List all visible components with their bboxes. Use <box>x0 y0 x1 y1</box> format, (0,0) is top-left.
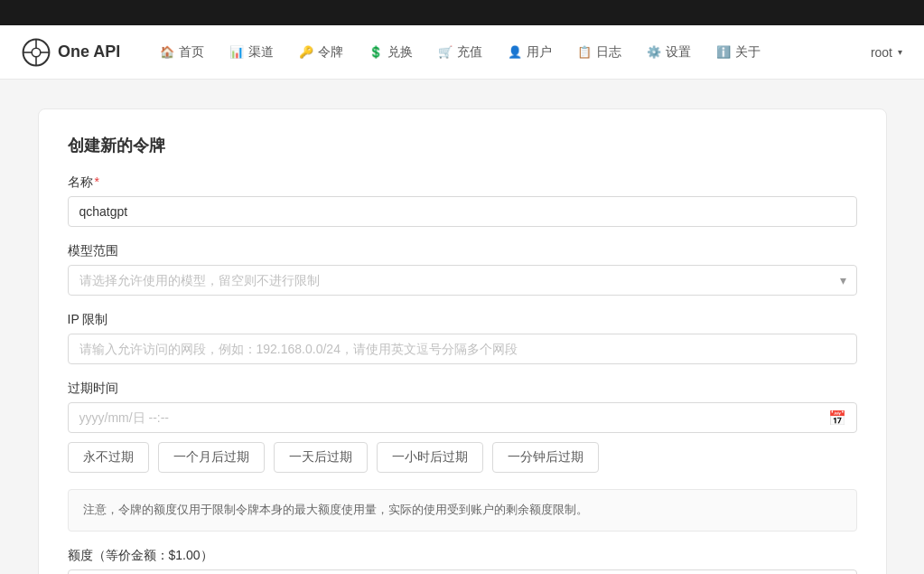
date-wrapper: 📅 <box>68 402 857 433</box>
token-icon: 🔑 <box>299 45 313 59</box>
topbar <box>0 0 924 25</box>
create-token-card: 创建新的令牌 名称* 模型范围 请选择允许使用的模型，留空则不进行限制 IP 限… <box>38 108 887 574</box>
nav-user[interactable]: 👤 用户 <box>497 39 563 66</box>
card-title: 创建新的令牌 <box>68 135 857 156</box>
nav-home[interactable]: 🏠 首页 <box>149 39 215 66</box>
channel-icon: 📊 <box>229 45 244 59</box>
nav-token[interactable]: 🔑 令牌 <box>288 39 354 66</box>
about-icon: ℹ️ <box>716 45 731 59</box>
notice-text: 注意，令牌的额度仅用于限制令牌本身的最大额度使用量，实际的使用受到账户的剩余额度… <box>83 503 588 516</box>
main-content: 创建新的令牌 名称* 模型范围 请选择允许使用的模型，留空则不进行限制 IP 限… <box>0 80 924 574</box>
brand-name: One API <box>58 42 120 61</box>
nav-home-label: 首页 <box>179 44 204 61</box>
calendar-icon[interactable]: 📅 <box>828 409 846 427</box>
notice-box: 注意，令牌的额度仅用于限制令牌本身的最大额度使用量，实际的使用受到账户的剩余额度… <box>68 489 857 532</box>
settings-icon: ⚙️ <box>647 45 661 59</box>
caret-icon: ▾ <box>898 47 902 57</box>
btn-one-day[interactable]: 一天后过期 <box>274 442 368 473</box>
name-input[interactable] <box>68 196 857 227</box>
nav-log[interactable]: 📋 日志 <box>566 39 632 66</box>
nav-redemption[interactable]: 💲 兑换 <box>358 39 424 66</box>
ip-label: IP 限制 <box>68 312 857 328</box>
quota-group: 额度（等价金额：$1.00） <box>68 548 857 574</box>
user-menu[interactable]: root ▾ <box>871 45 902 60</box>
nav-about[interactable]: ℹ️ 关于 <box>705 39 771 66</box>
nav-items: 🏠 首页 📊 渠道 🔑 令牌 💲 兑换 🛒 充值 👤 用户 📋 日志 ⚙️ <box>149 39 871 66</box>
nav-redemption-label: 兑换 <box>387 44 413 61</box>
log-icon: 📋 <box>577 45 592 59</box>
ip-group: IP 限制 <box>68 312 857 364</box>
nav-token-label: 令牌 <box>318 44 343 61</box>
expiry-group: 过期时间 📅 永不过期 一个月后过期 一天后过期 一小时后过期 一分钟后过期 <box>68 381 857 473</box>
model-select-wrapper: 请选择允许使用的模型，留空则不进行限制 <box>68 265 857 296</box>
required-mark: * <box>95 174 99 189</box>
name-label: 名称* <box>68 174 857 191</box>
expiry-buttons-group: 永不过期 一个月后过期 一天后过期 一小时后过期 一分钟后过期 <box>68 442 857 473</box>
btn-never-expire[interactable]: 永不过期 <box>68 442 149 473</box>
btn-one-minute[interactable]: 一分钟后过期 <box>492 442 599 473</box>
nav-channel[interactable]: 📊 渠道 <box>219 39 285 66</box>
model-group: 模型范围 请选择允许使用的模型，留空则不进行限制 <box>68 243 857 296</box>
navbar: One API 🏠 首页 📊 渠道 🔑 令牌 💲 兑换 🛒 充值 👤 用户 📋 <box>0 25 924 80</box>
model-label: 模型范围 <box>68 243 857 259</box>
username-label: root <box>871 45 892 60</box>
name-group: 名称* <box>68 174 857 227</box>
nav-channel-label: 渠道 <box>248 44 274 61</box>
nav-settings-label: 设置 <box>666 44 691 61</box>
redemption-icon: 💲 <box>369 45 383 59</box>
nav-topup-label: 充值 <box>457 44 482 61</box>
topup-icon: 🛒 <box>438 45 453 59</box>
ip-input[interactable] <box>68 334 857 364</box>
quota-label: 额度（等价金额：$1.00） <box>68 548 857 564</box>
quota-input[interactable] <box>68 569 857 574</box>
nav-log-label: 日志 <box>596 44 621 61</box>
home-icon: 🏠 <box>160 45 174 59</box>
brand-logo-icon <box>22 38 51 67</box>
brand-link[interactable]: One API <box>22 38 120 67</box>
nav-settings[interactable]: ⚙️ 设置 <box>636 39 702 66</box>
btn-one-hour[interactable]: 一小时后过期 <box>377 442 483 473</box>
expiry-label: 过期时间 <box>68 381 857 397</box>
nav-topup[interactable]: 🛒 充值 <box>427 39 493 66</box>
nav-about-label: 关于 <box>735 44 761 61</box>
svg-point-1 <box>32 48 41 57</box>
expiry-input[interactable] <box>68 402 857 433</box>
btn-one-month[interactable]: 一个月后过期 <box>158 442 265 473</box>
model-select[interactable]: 请选择允许使用的模型，留空则不进行限制 <box>68 265 857 296</box>
user-icon: 👤 <box>508 45 522 59</box>
nav-user-label: 用户 <box>527 44 552 61</box>
